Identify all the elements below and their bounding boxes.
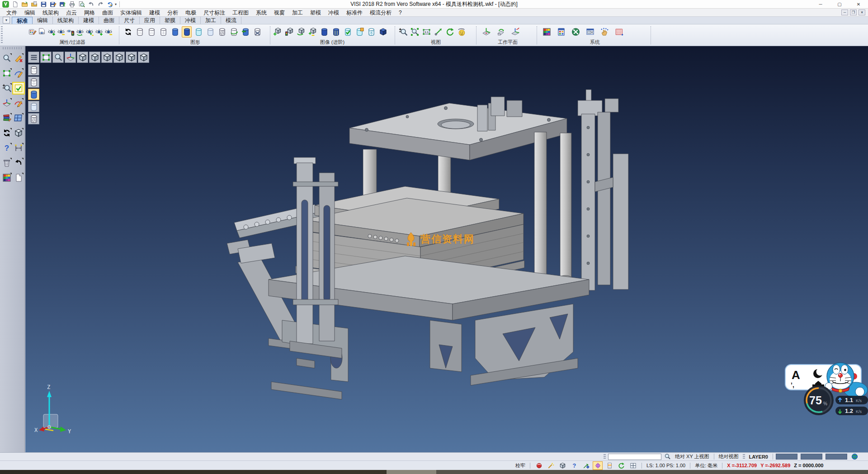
attribute-books-icon[interactable] <box>1 113 12 123</box>
measure-distance-icon[interactable] <box>13 142 24 153</box>
render-hatch-icon[interactable] <box>28 113 39 124</box>
save-icon[interactable] <box>39 0 47 8</box>
translucent-view-icon[interactable] <box>193 26 203 38</box>
menu-mesh[interactable]: 网格 <box>80 9 99 17</box>
hide-all-icon[interactable] <box>104 26 113 38</box>
tab-die[interactable]: 冲模 <box>180 17 201 24</box>
record-mode-icon[interactable] <box>534 462 543 469</box>
tab-edit[interactable]: 编辑 <box>33 17 53 24</box>
mdi-restore-button[interactable]: ❐ <box>850 9 857 15</box>
revert-icon[interactable] <box>106 0 114 8</box>
status-color-swatch[interactable] <box>776 454 797 460</box>
system-report-icon[interactable] <box>556 26 566 38</box>
menu-file[interactable]: 文件 <box>3 9 21 17</box>
cpl-move-icon[interactable] <box>1 98 12 109</box>
attribute-page-visibility-icon[interactable] <box>38 26 47 38</box>
color-settings-icon[interactable] <box>542 26 552 38</box>
zoom-all-icon[interactable] <box>410 26 420 38</box>
multi-view-icon[interactable] <box>628 462 637 469</box>
mdi-minimize-button[interactable]: ─ <box>841 9 848 15</box>
pan-view-icon[interactable] <box>433 26 443 38</box>
view-cube-left-icon[interactable] <box>126 52 137 63</box>
advanced-striped-icon[interactable] <box>331 26 341 38</box>
render-ghost-icon[interactable] <box>28 101 39 112</box>
menu-machining[interactable]: 加工 <box>288 9 307 17</box>
print-preview-icon[interactable] <box>77 0 85 8</box>
menu-modeling[interactable]: 建模 <box>146 9 164 17</box>
refresh-visibility-icon[interactable] <box>75 26 85 38</box>
view-fit-icon[interactable] <box>40 52 52 63</box>
tab-wireframe[interactable]: 线架构 <box>53 17 79 24</box>
tab-surface[interactable]: 曲面 <box>99 17 119 24</box>
redo-icon[interactable] <box>96 0 104 8</box>
advanced-verify-icon[interactable] <box>343 26 353 38</box>
menu-drawing[interactable]: 工程图 <box>229 9 252 17</box>
print-icon[interactable] <box>68 0 76 8</box>
gem-selection-icon[interactable] <box>593 462 602 469</box>
advanced-refresh-icon[interactable] <box>296 26 306 38</box>
grid-settings-icon[interactable] <box>614 26 624 38</box>
menu-electrode[interactable]: 电极 <box>182 9 200 17</box>
maximize-button[interactable]: ▢ <box>830 0 849 9</box>
view-orientation-icon[interactable] <box>457 26 467 38</box>
layer-bars-icon[interactable] <box>605 462 614 469</box>
view-cube-right-icon[interactable] <box>138 52 149 63</box>
active-layer-button[interactable]: LAYER0 <box>747 454 770 460</box>
wireframe-view-icon[interactable] <box>135 26 145 38</box>
tab-machining[interactable]: 加工 <box>201 17 221 24</box>
ghost-view-icon[interactable] <box>205 26 215 38</box>
rotate-view-icon[interactable] <box>445 26 455 38</box>
menu-pointcloud[interactable]: 点云 <box>62 9 80 17</box>
solid-display-icon[interactable] <box>13 128 24 138</box>
attributes-palette-icon[interactable] <box>28 26 37 38</box>
menu-die[interactable]: 冲模 <box>325 9 343 17</box>
workplane-edit-icon[interactable] <box>510 26 520 38</box>
advanced-copy-icon[interactable] <box>354 26 364 38</box>
notes-page-icon[interactable] <box>13 172 24 183</box>
save-all-icon[interactable] <box>58 0 66 8</box>
menu-flow-analysis[interactable]: 模流分析 <box>366 9 395 17</box>
ime-widget[interactable]: A ’, <box>778 357 868 421</box>
open-file-icon[interactable] <box>20 0 28 8</box>
toggle-visibility-icon[interactable] <box>85 26 94 38</box>
selection-settings-icon[interactable] <box>599 26 609 38</box>
shaded-edges-view-icon[interactable] <box>182 26 192 38</box>
render-shaded-icon[interactable] <box>28 89 39 100</box>
advanced-solid-icon[interactable] <box>378 26 388 38</box>
menu-surface[interactable]: 曲面 <box>99 9 117 17</box>
minimize-button[interactable]: ─ <box>811 0 830 9</box>
mdi-close-button[interactable]: ✕ <box>859 9 865 15</box>
regenerate-icon[interactable] <box>1 128 12 138</box>
hide-entities-icon[interactable] <box>57 26 66 38</box>
palette-quick-icon[interactable] <box>1 172 12 183</box>
status-color-swatch[interactable] <box>826 454 847 460</box>
new-document-icon[interactable] <box>11 0 19 8</box>
tab-dimension[interactable]: 尺寸 <box>119 17 140 24</box>
tab-dropdown-icon[interactable]: ▼ <box>3 17 10 24</box>
tab-mould[interactable]: 塑膜 <box>160 17 180 24</box>
view-reference-button[interactable]: 绝对视图 <box>717 453 741 460</box>
search-input[interactable] <box>608 454 661 460</box>
wireframe-view2-icon[interactable] <box>146 26 156 38</box>
erase-sketch-icon[interactable] <box>13 53 24 64</box>
select-zoom-icon[interactable] <box>1 53 12 64</box>
menu-wireframe[interactable]: 线架构 <box>39 9 62 17</box>
menu-standard-parts[interactable]: 标准件 <box>343 9 366 17</box>
search-icon[interactable] <box>663 453 672 460</box>
undo-icon[interactable] <box>87 0 95 8</box>
menu-mould[interactable]: 塑模 <box>307 9 325 17</box>
visibility-filter-icon[interactable] <box>66 26 75 38</box>
confirm-selection-icon[interactable] <box>13 83 24 94</box>
render-settings-icon[interactable] <box>252 26 262 38</box>
snap-point-icon[interactable] <box>581 462 590 469</box>
delete-entities-icon[interactable] <box>1 157 12 168</box>
advanced-toggle-icon[interactable] <box>307 26 317 38</box>
status-color-swatch[interactable] <box>801 454 822 460</box>
qat-dropdown-icon[interactable]: ▾ <box>115 2 117 6</box>
zoom-1-1-icon[interactable] <box>421 26 431 38</box>
tab-flow[interactable]: 模流 <box>221 17 241 24</box>
system-tools-icon[interactable] <box>571 26 580 38</box>
advanced-filter-icon[interactable] <box>284 26 294 38</box>
help-query-icon[interactable] <box>1 142 12 153</box>
menu-dimension[interactable]: 尺寸标注 <box>200 9 229 17</box>
